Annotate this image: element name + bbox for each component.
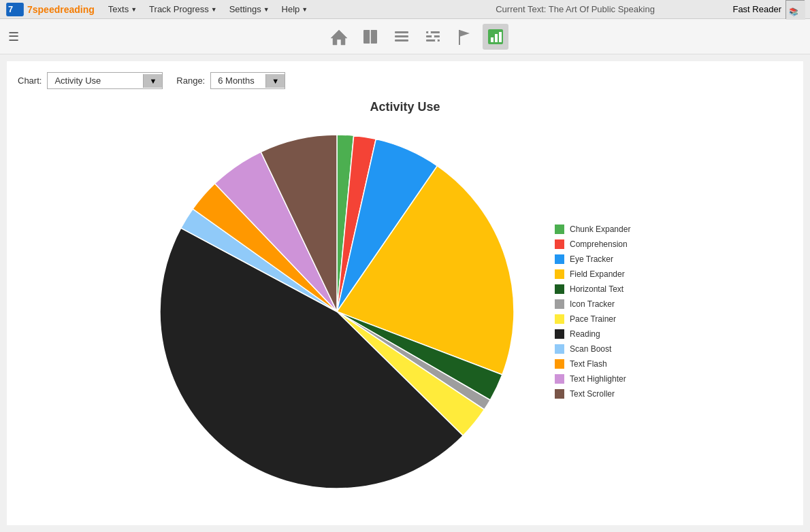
range-label: Range: (176, 76, 205, 86)
settings-list-icon (423, 27, 442, 46)
svg-marker-18 (459, 30, 470, 37)
legend-item-label: Text Highlighter (570, 374, 626, 384)
top-nav-bar: 7 7speedreading Texts ▼ Track Progress ▼… (0, 0, 810, 19)
list-button[interactable] (389, 24, 415, 50)
nav-help[interactable]: Help ▼ (276, 2, 314, 16)
legend-item-label: Text Scroller (570, 389, 615, 399)
legend-item: Pace Trainer (555, 314, 664, 324)
current-text-label: Current Text: The Art Of Public Speaking (418, 4, 733, 14)
legend-item-label: Reading (570, 329, 600, 339)
user-avatar: 📚 (785, 0, 805, 19)
logo-icon: 7 (5, 3, 25, 16)
home-button[interactable] (326, 24, 352, 50)
legend-item-label: Icon Tracker (570, 299, 615, 309)
legend-item-label: Text Flash (570, 359, 607, 369)
chart-controls: Chart: Activity Use ▼ Range: 6 Months ▼ (18, 72, 792, 89)
chart-icon (486, 27, 505, 46)
legend-item: Text Flash (555, 359, 664, 369)
legend-color-swatch (555, 344, 564, 354)
chart-type-arrow: ▼ (143, 74, 162, 88)
svg-rect-6 (370, 30, 377, 44)
legend-item-label: Field Expander (570, 269, 625, 279)
settings-list-button[interactable] (420, 24, 446, 50)
nav-settings[interactable]: Settings ▼ (224, 2, 275, 16)
toolbar: ☰ (0, 19, 810, 54)
chart-area: Chunk Expander Comprehension Eye Tracker… (18, 121, 792, 502)
legend-color-swatch (555, 254, 564, 264)
chart-title: Activity Use (18, 100, 792, 114)
svg-text:7: 7 (8, 4, 13, 14)
main-content: Chart: Activity Use ▼ Range: 6 Months ▼ … (7, 61, 803, 525)
chart-label: Chart: (18, 76, 42, 86)
nav-menu: Texts ▼ Track Progress ▼ Settings ▼ Help… (103, 2, 418, 16)
chart-type-value: Activity Use (48, 73, 143, 88)
legend-color-swatch (555, 299, 564, 309)
legend-color-swatch (555, 359, 564, 369)
range-group: Range: 6 Months ▼ (176, 72, 285, 89)
home-icon (329, 27, 349, 46)
nav-texts[interactable]: Texts ▼ (103, 2, 142, 16)
user-name: Fast Reader (732, 4, 781, 14)
svg-rect-5 (363, 30, 370, 44)
svg-rect-9 (395, 35, 408, 37)
chart-button[interactable] (483, 24, 508, 50)
reader-button[interactable] (357, 24, 383, 50)
legend-color-swatch (555, 329, 564, 339)
legend-item-label: Horizontal Text (570, 284, 623, 294)
legend-item: Text Scroller (555, 389, 664, 399)
legend-color-swatch (555, 225, 564, 234)
svg-rect-20 (491, 37, 493, 42)
legend-item: Horizontal Text (555, 284, 664, 294)
svg-point-15 (432, 35, 434, 37)
chart-legend: Chunk Expander Comprehension Eye Tracker… (555, 225, 664, 399)
range-value: 6 Months (211, 73, 265, 88)
help-dropdown-arrow: ▼ (302, 6, 308, 13)
user-profile[interactable]: Fast Reader 📚 (732, 0, 805, 19)
svg-rect-8 (395, 31, 408, 33)
svg-point-14 (428, 31, 431, 33)
legend-item: Field Expander (555, 269, 664, 279)
svg-text:📚: 📚 (789, 7, 798, 16)
logo-text: 7speedreading (27, 4, 95, 15)
legend-color-swatch (555, 284, 564, 294)
hamburger-menu-button[interactable]: ☰ (8, 29, 19, 44)
svg-rect-21 (495, 34, 498, 42)
texts-dropdown-arrow: ▼ (131, 6, 137, 13)
logo[interactable]: 7 7speedreading (5, 3, 95, 16)
chart-type-select[interactable]: Activity Use ▼ (47, 72, 163, 89)
range-arrow: ▼ (265, 74, 285, 88)
legend-item: Eye Tracker (555, 254, 664, 264)
svg-marker-4 (331, 30, 347, 45)
legend-item: Scan Boost (555, 344, 664, 354)
legend-color-swatch (555, 269, 564, 279)
flag-button[interactable] (451, 24, 477, 50)
svg-point-16 (435, 39, 438, 41)
flag-icon (455, 27, 474, 46)
chart-type-group: Chart: Activity Use ▼ (18, 72, 163, 89)
list-icon (392, 27, 411, 46)
legend-item: Icon Tracker (555, 299, 664, 309)
legend-item: Chunk Expander (555, 225, 664, 234)
svg-rect-10 (395, 39, 408, 41)
legend-item-label: Eye Tracker (570, 254, 613, 264)
settings-dropdown-arrow: ▼ (263, 6, 270, 13)
pie-chart (146, 121, 528, 502)
nav-track-progress[interactable]: Track Progress ▼ (144, 2, 223, 16)
range-select[interactable]: 6 Months ▼ (210, 72, 285, 89)
toolbar-icon-group (33, 24, 802, 50)
legend-item-label: Scan Boost (570, 344, 611, 354)
svg-rect-22 (499, 32, 502, 42)
book-icon (361, 27, 380, 46)
legend-item-label: Chunk Expander (570, 225, 630, 234)
legend-item: Comprehension (555, 239, 664, 249)
track-progress-dropdown-arrow: ▼ (211, 6, 217, 13)
legend-item-label: Comprehension (570, 239, 628, 249)
legend-item: Text Highlighter (555, 374, 664, 384)
legend-color-swatch (555, 374, 564, 384)
legend-color-swatch (555, 239, 564, 249)
legend-color-swatch (555, 314, 564, 324)
legend-color-swatch (555, 389, 564, 399)
legend-item-label: Pace Trainer (570, 314, 616, 324)
legend-item: Reading (555, 329, 664, 339)
